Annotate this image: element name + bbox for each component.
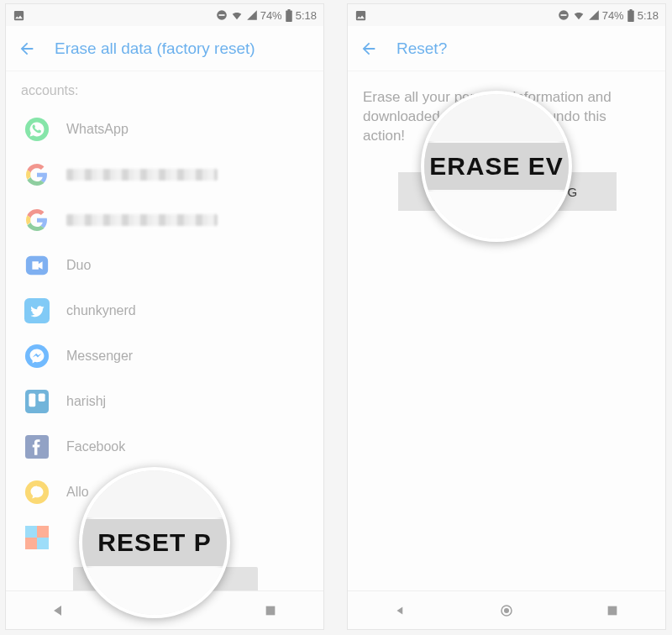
- battery-pct: 74%: [602, 9, 624, 22]
- svg-rect-1: [218, 14, 224, 16]
- page-title: Reset?: [396, 39, 447, 58]
- back-arrow-icon[interactable]: [360, 39, 378, 58]
- whatsapp-icon: [23, 115, 51, 144]
- page-title: Erase all data (factory reset): [55, 39, 255, 58]
- account-row-twitter[interactable]: chunkynerd: [6, 288, 323, 333]
- facebook-icon: [23, 433, 51, 461]
- svg-rect-3: [287, 9, 290, 11]
- nav-home-icon[interactable]: [496, 601, 517, 621]
- svg-point-8: [25, 344, 49, 368]
- wifi-icon: [572, 9, 585, 21]
- google-icon: [23, 160, 51, 189]
- account-label: WhatsApp: [66, 122, 129, 137]
- back-arrow-icon[interactable]: [18, 39, 36, 58]
- nav-recent-icon[interactable]: [602, 601, 622, 621]
- app-icon: [23, 523, 51, 552]
- svg-rect-17: [37, 538, 49, 549]
- battery-icon: [285, 9, 293, 22]
- account-label: Duo: [66, 258, 91, 273]
- svg-rect-23: [629, 9, 632, 11]
- twitter-icon: [23, 297, 51, 325]
- nav-recent-icon[interactable]: [260, 601, 281, 621]
- account-label: chunkynerd: [66, 303, 136, 318]
- picture-icon: [13, 9, 25, 22]
- magnified-reset-button: RESET P: [79, 519, 230, 566]
- app-bar: Reset?: [348, 26, 665, 71]
- status-bar: 74% 5:18: [6, 4, 323, 26]
- account-label: Facebook: [66, 439, 125, 454]
- svg-rect-14: [25, 526, 37, 538]
- account-row-trello[interactable]: harishj: [6, 379, 323, 424]
- svg-rect-10: [29, 393, 35, 407]
- battery-icon: [627, 9, 635, 22]
- svg-rect-26: [608, 606, 617, 615]
- svg-rect-16: [25, 538, 37, 549]
- wifi-icon: [230, 9, 244, 21]
- nav-back-icon[interactable]: [391, 601, 411, 621]
- svg-rect-19: [266, 606, 276, 615]
- clock-time: 5:18: [296, 9, 317, 22]
- duo-icon: [23, 251, 51, 280]
- nav-bar: [348, 590, 665, 629]
- clock-time: 5:18: [638, 9, 659, 22]
- app-bar: Erase all data (factory reset): [6, 26, 323, 71]
- trello-icon: [23, 387, 51, 416]
- account-label: Messenger: [66, 349, 133, 364]
- svg-rect-9: [25, 390, 49, 413]
- battery-pct: 74%: [260, 9, 282, 22]
- google-icon: [23, 206, 51, 234]
- magnifier-callout: ERASE EV: [421, 91, 572, 242]
- magnifier-callout: RESET P: [79, 467, 230, 618]
- dnd-icon: [216, 9, 228, 21]
- redacted-email: [66, 169, 218, 181]
- allo-icon: [23, 478, 51, 506]
- dnd-icon: [558, 9, 570, 21]
- section-label: accounts:: [6, 78, 323, 107]
- signal-icon: [246, 9, 258, 21]
- account-row-google[interactable]: [6, 152, 323, 197]
- svg-rect-4: [286, 13, 291, 21]
- status-bar: 74% 5:18: [348, 4, 665, 26]
- svg-rect-21: [560, 14, 566, 16]
- nav-back-icon[interactable]: [49, 601, 69, 621]
- magnified-erase-button: ERASE EV: [421, 143, 572, 190]
- account-row-facebook[interactable]: Facebook: [6, 424, 323, 470]
- account-row-whatsapp[interactable]: WhatsApp: [6, 107, 323, 152]
- account-row-duo[interactable]: Duo: [6, 243, 323, 288]
- account-label: harishj: [66, 394, 106, 409]
- svg-rect-15: [37, 526, 49, 538]
- account-row-messenger[interactable]: Messenger: [6, 333, 323, 379]
- redacted-email: [66, 214, 218, 226]
- svg-point-25: [504, 608, 509, 613]
- picture-icon: [354, 9, 367, 22]
- messenger-icon: [23, 342, 51, 370]
- account-row-google[interactable]: [6, 197, 323, 243]
- svg-rect-22: [627, 10, 634, 22]
- signal-icon: [588, 9, 600, 21]
- svg-rect-11: [39, 393, 45, 401]
- account-label: Allo: [66, 485, 89, 500]
